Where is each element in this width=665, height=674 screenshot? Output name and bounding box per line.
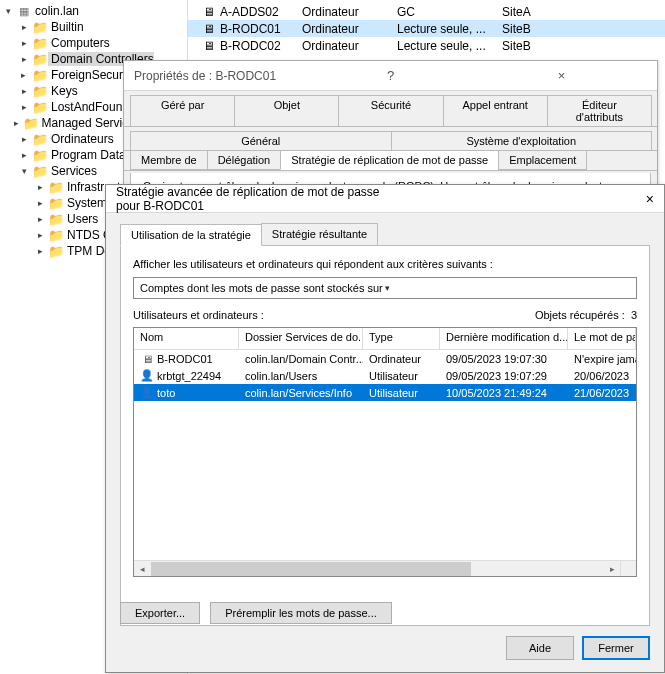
computer-icon: 🖥 (202, 22, 216, 36)
horizontal-scrollbar[interactable]: ◂ ▸ (134, 560, 620, 576)
chevron-right-icon[interactable]: ▸ (16, 99, 32, 115)
chevron-right-icon[interactable]: ▸ (16, 67, 32, 83)
computer-icon: 🖥 (202, 5, 216, 19)
chevron-right-icon[interactable]: ▸ (16, 35, 32, 51)
table-row[interactable]: 👤totocolin.lan/Services/InfoUtilisateur1… (134, 384, 636, 401)
cell-pw: 20/06/2023 (568, 370, 636, 382)
advanced-titlebar[interactable]: Stratégie avancée de réplication de mot … (106, 185, 664, 213)
table-row[interactable]: 🖥B-RODC01colin.lan/Domain Contr...Ordina… (134, 350, 636, 367)
folder-icon: 📁 (32, 131, 48, 147)
close-button[interactable]: × (476, 68, 647, 83)
tab[interactable]: Stratégie de réplication de mot de passe (280, 151, 499, 170)
background-list[interactable]: 🖥A-ADDS02OrdinateurGCSiteA🖥B-RODC01Ordin… (188, 0, 665, 60)
export-button[interactable]: Exporter... (120, 602, 200, 624)
chevron-right-icon[interactable]: ▸ (11, 115, 22, 131)
filter-dropdown[interactable]: Comptes dont les mots de passe sont stoc… (133, 277, 637, 299)
instruction-text: Afficher les utilisateurs et ordinateurs… (133, 258, 637, 270)
cell-type: Utilisateur (363, 387, 440, 399)
cell-folder: colin.lan/Domain Contr... (239, 353, 363, 365)
cell-site: SiteB (502, 39, 592, 53)
tab[interactable]: Stratégie résultante (261, 223, 378, 245)
scroll-corner (620, 560, 636, 576)
advanced-tabs: Utilisation de la stratégieStratégie rés… (120, 223, 650, 246)
tree-root[interactable]: ▾ ▦ colin.lan (0, 3, 187, 19)
properties-tabs-row-1: Géré parObjetSécuritéAppel entrantÉditeu… (124, 91, 657, 127)
tree-item[interactable]: ▸📁Builtin (0, 19, 187, 35)
chevron-right-icon[interactable]: ▸ (32, 195, 48, 211)
chevron-right-icon[interactable]: ▸ (16, 83, 32, 99)
user-icon: 👤 (140, 386, 154, 400)
chevron-down-icon: ▾ (385, 283, 630, 293)
chevron-right-icon[interactable]: ▸ (32, 243, 48, 259)
meta-right: Objets récupérés : 3 (535, 309, 637, 321)
tab[interactable]: Système d'exploitation (391, 131, 653, 150)
tab[interactable]: Géré par (130, 95, 235, 126)
scroll-right-icon[interactable]: ▸ (604, 561, 620, 577)
cell-pw: 21/06/2023 (568, 387, 636, 399)
tree-item[interactable]: ▸📁Computers (0, 35, 187, 51)
advanced-body: Utilisation de la stratégieStratégie rés… (106, 213, 664, 636)
listview-body[interactable]: 🖥B-RODC01colin.lan/Domain Contr...Ordina… (134, 350, 636, 401)
chevron-down-icon[interactable]: ▾ (0, 3, 16, 19)
tab[interactable]: Utilisation de la stratégie (120, 224, 262, 246)
cell-name: krbtgt_22494 (157, 370, 221, 382)
cell-type: Ordinateur (363, 353, 440, 365)
column-header[interactable]: Dossier Services de do... (239, 328, 363, 349)
chevron-right-icon[interactable]: ▸ (32, 211, 48, 227)
close-dialog-button[interactable]: Fermer (582, 636, 650, 660)
tab[interactable]: Emplacement (498, 151, 587, 170)
chevron-right-icon[interactable]: ▸ (32, 227, 48, 243)
domain-icon: ▦ (16, 3, 32, 19)
tab[interactable]: Objet (234, 95, 339, 126)
cell-type: Ordinateur (302, 5, 397, 19)
meta-right-value: 3 (631, 309, 637, 321)
tree-subitem-label: System (64, 196, 107, 210)
folder-icon: 📁 (32, 35, 48, 51)
list-row[interactable]: 🖥A-ADDS02OrdinateurGCSiteA (188, 3, 665, 20)
tab[interactable]: Délégation (207, 151, 282, 170)
meta-left-label: Utilisateurs et ordinateurs : (133, 309, 535, 321)
cell-name: B-RODC01 (220, 22, 281, 36)
column-header[interactable]: Dernière modification d... (440, 328, 568, 349)
column-header[interactable]: Nom (134, 328, 239, 349)
column-header[interactable]: Type (363, 328, 440, 349)
tab[interactable]: Appel entrant (443, 95, 548, 126)
properties-dialog: Propriétés de : B-RODC01 ? × Géré parObj… (123, 60, 658, 190)
chevron-right-icon[interactable]: ▸ (16, 19, 32, 35)
column-header[interactable]: Le mot de pa (568, 328, 636, 349)
folder-icon: 📁 (23, 115, 39, 131)
tree-item-label: Keys (48, 84, 78, 98)
tree-item-label: LostAndFound (48, 100, 129, 114)
chevron-right-icon[interactable]: ▸ (16, 51, 32, 67)
help-button[interactable]: Aide (506, 636, 574, 660)
chevron-right-icon[interactable]: ▸ (32, 179, 48, 195)
chevron-down-icon[interactable]: ▾ (16, 163, 32, 179)
tree-item-label: Services (48, 164, 97, 178)
cell-name: B-RODC02 (220, 39, 281, 53)
help-button[interactable]: ? (305, 68, 476, 83)
folder-icon: 📁 (32, 67, 48, 83)
cell-name: toto (157, 387, 175, 399)
list-row[interactable]: 🖥B-RODC01OrdinateurLecture seule, ...Sit… (188, 20, 665, 37)
tab[interactable]: Éditeur d'attributs (547, 95, 652, 126)
properties-titlebar[interactable]: Propriétés de : B-RODC01 ? × (124, 61, 657, 91)
tab[interactable]: Sécurité (338, 95, 443, 126)
prefill-button[interactable]: Préremplir les mots de passe... (210, 602, 392, 624)
cell-type: Utilisateur (363, 370, 440, 382)
tab[interactable]: Général (130, 131, 392, 150)
scroll-left-icon[interactable]: ◂ (134, 561, 150, 577)
tree-root-label: colin.lan (32, 4, 79, 18)
folder-icon: 📁 (48, 211, 64, 227)
results-listview[interactable]: NomDossier Services de do...TypeDernière… (133, 327, 637, 577)
tab[interactable]: Membre de (130, 151, 208, 170)
close-button[interactable]: × (385, 191, 654, 207)
list-row[interactable]: 🖥B-RODC02OrdinateurLecture seule, ...Sit… (188, 37, 665, 54)
listview-header[interactable]: NomDossier Services de do...TypeDernière… (134, 328, 636, 350)
table-row[interactable]: 👤krbtgt_22494colin.lan/UsersUtilisateur0… (134, 367, 636, 384)
tree-subitem-label: Users (64, 212, 98, 226)
scroll-thumb[interactable] (151, 562, 471, 576)
main-area: ▾ ▦ colin.lan ▸📁Builtin▸📁Computers▸📁Doma… (0, 0, 665, 674)
chevron-right-icon[interactable]: ▸ (16, 147, 32, 163)
chevron-right-icon[interactable]: ▸ (16, 131, 32, 147)
folder-icon: 📁 (32, 83, 48, 99)
